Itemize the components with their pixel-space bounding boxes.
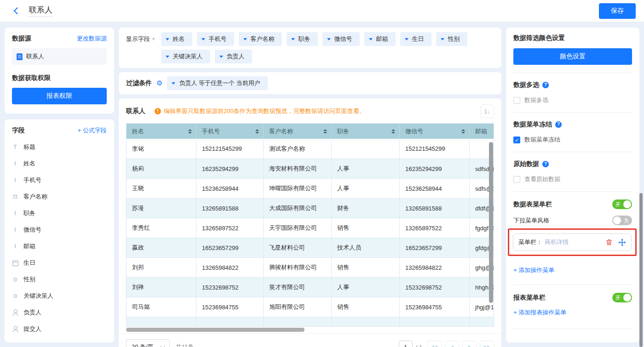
- table-vertical-scrollbar[interactable]: [489, 142, 493, 303]
- sort-order-button[interactable]: 1↓: [480, 104, 494, 118]
- display-field-tag[interactable]: 职务: [287, 32, 318, 46]
- prev-page-button[interactable]: [445, 341, 459, 347]
- column-header[interactable]: 职务: [332, 124, 400, 139]
- table-cell: 152121545299: [400, 139, 470, 159]
- field-item[interactable]: I职务: [12, 209, 107, 217]
- add-action-menu-link[interactable]: + 添加操作菜单: [513, 266, 554, 274]
- table-row[interactable]: 司马懿15236984755旭阳有限公司销售15236984755jhgj@1: [126, 297, 494, 317]
- table-row[interactable]: 杨莉16235294299海安材料有限公司人事16235294299sdfsd@: [126, 159, 494, 178]
- menu-bar-item[interactable]: 菜单栏： 商机详情: [513, 233, 632, 251]
- table-row[interactable]: 刘邦13265984822腾骏材料有限公司销售13265984822ghg@1: [126, 257, 494, 277]
- table-row[interactable]: 嬴政16523657299飞星材料公司技术人员16523657299gfdg@1: [126, 238, 494, 257]
- help-icon[interactable]: ?: [555, 121, 562, 128]
- datasource-item-label: 联系人: [26, 52, 44, 61]
- table-row[interactable]: 苏漫13265891588大成国际有限公司财务13265891588dfdf@1: [126, 198, 494, 218]
- table-row[interactable]: 李铭152121545299测试客户名称152121545299: [126, 139, 494, 159]
- column-header-label: 手机号: [202, 127, 220, 136]
- field-item[interactable]: ⊙关键决策人: [12, 292, 107, 300]
- field-item[interactable]: 生日: [12, 259, 107, 267]
- gear-icon[interactable]: ⚙: [156, 79, 162, 87]
- table-cell: 李铭: [126, 139, 196, 159]
- text-field-icon: I: [12, 160, 18, 167]
- field-item[interactable]: 提交时间: [12, 341, 107, 342]
- table-horizontal-scrollbar[interactable]: [126, 328, 305, 332]
- field-item-label: 负责人: [23, 308, 41, 317]
- table-row[interactable]: 王晓15236258944坤曜国际有限公司人事15236258944sdfs@1: [126, 178, 494, 198]
- filter-condition-tag[interactable]: 负责人 等于任意一个 当前用户: [167, 76, 267, 90]
- table-cell: 13265897522: [196, 218, 264, 238]
- move-icon[interactable]: [618, 239, 626, 246]
- first-page-button[interactable]: [427, 341, 442, 347]
- multi-select-checkbox-row[interactable]: 数据多选: [513, 96, 632, 104]
- table-cell: 人事: [332, 179, 400, 198]
- page-size-select[interactable]: 20 条/页: [126, 339, 170, 347]
- display-field-tag[interactable]: 微信号: [322, 32, 360, 46]
- multi-select-title: 数据多选: [513, 81, 539, 89]
- display-field-tag[interactable]: 负责人: [215, 50, 252, 63]
- text-field-icon: I: [12, 210, 18, 216]
- help-icon[interactable]: ?: [542, 161, 549, 167]
- field-item-label: 微信号: [23, 226, 41, 234]
- datasource-item[interactable]: 联系人: [12, 48, 107, 65]
- column-header-label: 客户名称: [269, 127, 293, 136]
- field-item[interactable]: I手机号: [12, 176, 107, 184]
- display-fields-label: 显示字段+: [126, 32, 155, 63]
- chevron-down-icon: [160, 344, 165, 347]
- display-field-tag[interactable]: 生日: [400, 32, 431, 46]
- field-item[interactable]: ⊡客户名称: [12, 193, 107, 201]
- field-item[interactable]: 负责人: [12, 308, 107, 317]
- text-field-icon: I: [12, 227, 18, 233]
- table-cell: 15236984755: [400, 297, 470, 317]
- sort-icon[interactable]: [461, 129, 465, 134]
- dropdown-style-toggle[interactable]: 关: [612, 216, 632, 225]
- save-button[interactable]: 保存: [599, 3, 636, 19]
- column-header[interactable]: 姓名: [126, 124, 196, 139]
- column-header[interactable]: 客户名称: [264, 124, 332, 139]
- add-display-field-button[interactable]: +: [152, 35, 155, 42]
- trash-icon[interactable]: [605, 239, 613, 246]
- add-report-action-menu-link[interactable]: + 添加报表操作菜单: [513, 308, 566, 317]
- field-item[interactable]: T标题: [12, 143, 107, 151]
- report-menu-toggle[interactable]: 开: [612, 293, 632, 302]
- settings-panel: 数据筛选颜色设置 颜色设置 数据多选 ? 数据多选 数据菜单冻结 ? ✓ 数据菜…: [506, 28, 639, 342]
- report-permission-button[interactable]: 报表权限: [12, 88, 107, 104]
- display-field-tag[interactable]: 姓名: [161, 32, 192, 46]
- table-cell: 英才有限公司: [264, 278, 332, 297]
- page-number-input[interactable]: 1: [399, 341, 413, 347]
- raw-data-checkbox-row[interactable]: 查看原始数据: [513, 175, 632, 183]
- field-item[interactable]: I微信号: [12, 226, 107, 234]
- table-cell: [196, 317, 264, 326]
- display-field-tag[interactable]: 客户名称: [239, 32, 282, 46]
- sort-icon[interactable]: [323, 129, 327, 134]
- column-header[interactable]: 微信号: [400, 124, 470, 139]
- field-item[interactable]: I邮箱: [12, 242, 107, 250]
- checkbox-unchecked[interactable]: [513, 97, 520, 104]
- sort-icon[interactable]: [188, 129, 192, 134]
- sort-icon[interactable]: [391, 129, 395, 134]
- change-datasource-link[interactable]: 更改数据源: [77, 34, 107, 43]
- display-field-tag[interactable]: 性别: [436, 32, 467, 46]
- sort-icon[interactable]: [255, 129, 259, 134]
- panel-vertical-scrollbar[interactable]: [639, 193, 643, 347]
- total-count: 共11条: [176, 343, 194, 347]
- display-field-tag[interactable]: 邮箱: [364, 32, 396, 46]
- field-item[interactable]: 提交人: [12, 325, 107, 333]
- display-field-tag[interactable]: 关键决策人: [161, 50, 210, 63]
- menu-freeze-checkbox-row[interactable]: ✓ 数据菜单冻结: [513, 136, 632, 144]
- column-header[interactable]: 手机号: [196, 124, 264, 139]
- table-row[interactable]: 李秀红13265897522天宇国际有限公司销售13265897522fgdgf…: [126, 218, 494, 238]
- back-icon[interactable]: [14, 7, 21, 15]
- table-row[interactable]: 刘禅15232698752英才有限公司人事15232698752hhgh@: [126, 277, 494, 297]
- checkbox-checked[interactable]: ✓: [513, 137, 520, 143]
- table-menu-toggle[interactable]: 开: [612, 199, 632, 209]
- display-field-tag[interactable]: 手机号: [197, 32, 234, 46]
- field-item[interactable]: I姓名: [12, 159, 107, 168]
- next-page-button[interactable]: [462, 341, 477, 347]
- column-header[interactable]: 邮箱: [470, 124, 494, 139]
- checkbox-unchecked[interactable]: [513, 176, 520, 183]
- field-item[interactable]: ⊙性别: [12, 275, 107, 284]
- help-icon[interactable]: ?: [542, 82, 549, 88]
- last-page-button[interactable]: [480, 341, 494, 347]
- color-settings-button[interactable]: 颜色设置: [513, 48, 632, 65]
- add-formula-field-link[interactable]: + 公式字段: [78, 126, 107, 135]
